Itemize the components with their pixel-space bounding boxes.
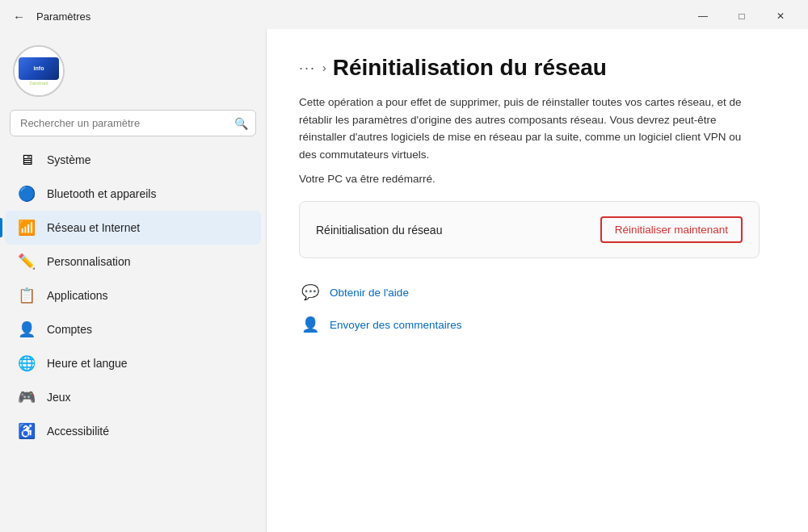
jeux-icon: 🎮	[18, 388, 36, 406]
reset-now-button[interactable]: Réinitialiser maintenant	[600, 216, 743, 243]
sidebar-item-label-bluetooth: Bluetooth et appareils	[47, 187, 156, 200]
commentaires-icon: 👤	[299, 313, 322, 336]
comptes-icon: 👤	[18, 320, 36, 338]
sidebar-item-heure[interactable]: 🌐Heure et langue	[5, 346, 261, 380]
reseau-icon: 📶	[18, 219, 36, 237]
sidebar-item-label-systeme: Système	[47, 153, 90, 166]
sidebar-item-applications[interactable]: 📋Applications	[5, 279, 261, 312]
systeme-icon: 🖥	[18, 151, 36, 169]
sidebar-item-personnalisation[interactable]: ✏️Personnalisation	[5, 245, 261, 279]
bluetooth-icon: 🔵	[18, 185, 36, 203]
title-bar-left: ← Paramètres	[10, 8, 90, 25]
restart-notice: Votre PC va être redémarré.	[299, 173, 776, 185]
main-content: ··· › Réinitialisation du réseau Cette o…	[267, 29, 808, 532]
help-link-commentaires[interactable]: 👤Envoyer des commentaires	[299, 313, 776, 336]
personnalisation-icon: ✏️	[18, 253, 36, 270]
avatar-logo: info 2android	[15, 47, 63, 95]
search-button[interactable]: 🔍	[234, 117, 248, 130]
sidebar-item-label-reseau: Réseau et Internet	[47, 221, 140, 234]
sidebar-item-systeme[interactable]: 🖥Système	[5, 143, 261, 177]
description-text: Cette opération a pour effet de supprime…	[299, 94, 751, 163]
help-link-aide[interactable]: 💬Obtenir de l'aide	[299, 281, 776, 304]
sidebar: info 2android 🔍 🖥Système🔵Bluetooth et ap…	[0, 29, 267, 532]
breadcrumb-dots: ···	[299, 60, 316, 77]
reset-card-label: Réinitialisation du réseau	[316, 224, 442, 237]
search-box: 🔍	[10, 110, 256, 136]
title-bar: ← Paramètres — □ ✕	[0, 0, 808, 29]
sidebar-item-label-jeux: Jeux	[47, 391, 71, 404]
sidebar-item-reseau[interactable]: 📶Réseau et Internet	[5, 211, 261, 245]
sidebar-item-accessibilite[interactable]: ♿Accessibilité	[5, 414, 261, 448]
logo-badge: info	[19, 57, 59, 80]
commentaires-link-text[interactable]: Envoyer des commentaires	[330, 319, 462, 331]
back-button[interactable]: ←	[10, 8, 28, 25]
window-title: Paramètres	[36, 10, 90, 23]
sidebar-item-label-comptes: Comptes	[47, 323, 92, 336]
sidebar-item-label-personnalisation: Personnalisation	[47, 255, 131, 268]
sidebar-item-label-accessibilite: Accessibilité	[47, 425, 109, 438]
sidebar-nav: 🖥Système🔵Bluetooth et appareils📶Réseau e…	[0, 143, 266, 448]
sidebar-item-label-applications: Applications	[47, 289, 108, 302]
maximize-button[interactable]: □	[724, 5, 760, 27]
help-links: 💬Obtenir de l'aide👤Envoyer des commentai…	[299, 281, 776, 336]
user-avatar-section: info 2android	[0, 36, 266, 110]
heure-icon: 🌐	[18, 354, 36, 372]
applications-icon: 📋	[18, 287, 36, 304]
avatar: info 2android	[13, 45, 65, 97]
sidebar-item-bluetooth[interactable]: 🔵Bluetooth et appareils	[5, 177, 261, 211]
sidebar-item-label-heure: Heure et langue	[47, 357, 128, 370]
reset-card: Réinitialisation du réseau Réinitialiser…	[299, 201, 760, 258]
breadcrumb: ··· › Réinitialisation du réseau	[299, 55, 776, 81]
app-body: info 2android 🔍 🖥Système🔵Bluetooth et ap…	[0, 29, 808, 532]
breadcrumb-arrow: ›	[322, 61, 326, 74]
page-title: Réinitialisation du réseau	[333, 55, 607, 81]
android-label: 2android	[29, 81, 48, 86]
sidebar-item-jeux[interactable]: 🎮Jeux	[5, 380, 261, 414]
close-button[interactable]: ✕	[763, 5, 798, 27]
aide-icon: 💬	[299, 281, 322, 304]
aide-link-text[interactable]: Obtenir de l'aide	[330, 287, 409, 299]
minimize-button[interactable]: —	[685, 5, 721, 27]
window-controls: — □ ✕	[685, 5, 798, 27]
accessibilite-icon: ♿	[18, 422, 36, 440]
sidebar-item-comptes[interactable]: 👤Comptes	[5, 312, 261, 346]
search-input[interactable]	[10, 110, 256, 136]
